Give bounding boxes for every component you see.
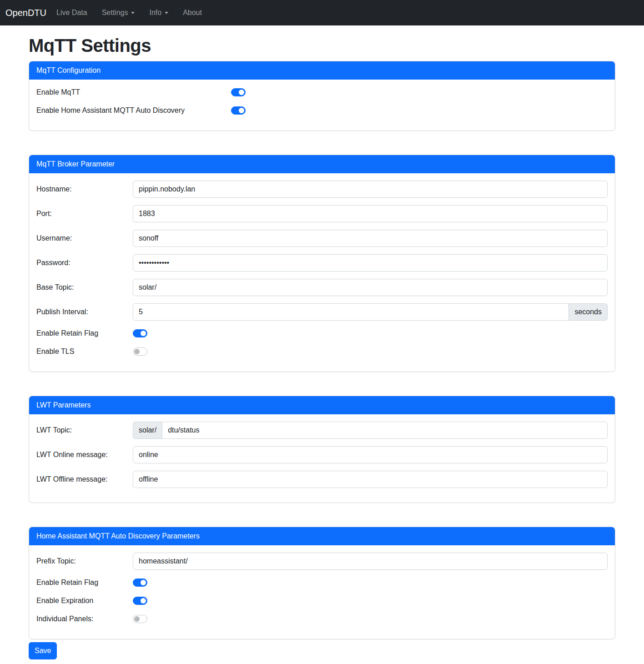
row-broker-enable-retain: Enable Retain Flag (36, 328, 608, 339)
card-header-ha-discovery-parameters: Home Assistant MQTT Auto Discovery Param… (29, 527, 615, 545)
enable-tls-toggle[interactable] (133, 347, 147, 356)
row-enable-ha-discovery: Enable Home Assistant MQTT Auto Discover… (36, 105, 608, 116)
enable-expiration-toggle[interactable] (133, 597, 147, 605)
card-body-ha-discovery-parameters: Prefix Topic: Enable Retain Flag Enable … (29, 545, 615, 639)
chevron-down-icon (165, 12, 168, 14)
username-label: Username: (36, 233, 133, 244)
row-lwt-offline: LWT Offline message: (36, 471, 608, 488)
card-ha-discovery-parameters: Home Assistant MQTT Auto Discovery Param… (29, 527, 615, 639)
lwt-topic-group: solar/ (133, 422, 608, 439)
lwt-online-label: LWT Online message: (36, 449, 133, 460)
broker-enable-retain-label: Enable Retain Flag (36, 328, 133, 339)
row-individual-panels: Individual Panels: (36, 614, 608, 624)
card-header-mqtt-broker-parameter: MqTT Broker Parameter (29, 155, 615, 173)
row-lwt-topic: LWT Topic: solar/ (36, 422, 608, 439)
nav-item-settings-label: Settings (102, 9, 128, 17)
card-mqtt-configuration: MqTT Configuration Enable MqTT Enable Ho… (29, 61, 615, 131)
row-port: Port: (36, 205, 608, 222)
row-base-topic: Base Topic: (36, 279, 608, 296)
row-password: Password: (36, 254, 608, 272)
broker-enable-retain-toggle[interactable] (133, 329, 147, 337)
enable-mqtt-toggle[interactable] (231, 88, 246, 96)
hostname-label: Hostname: (36, 184, 133, 195)
lwt-topic-input[interactable] (162, 422, 608, 439)
lwt-topic-prefix: solar/ (133, 422, 162, 439)
card-header-mqtt-configuration: MqTT Configuration (29, 61, 615, 80)
publish-interval-label: Publish Interval: (36, 307, 133, 317)
enable-tls-label: Enable TLS (36, 346, 133, 357)
enable-expiration-label: Enable Expiration (36, 595, 133, 606)
lwt-online-input[interactable] (133, 446, 608, 463)
publish-interval-unit: seconds (569, 303, 608, 321)
lwt-offline-label: LWT Offline message: (36, 474, 133, 485)
row-username: Username: (36, 230, 608, 247)
row-hostname: Hostname: (36, 181, 608, 198)
individual-panels-toggle[interactable] (133, 615, 147, 623)
brand-opendtu[interactable]: OpenDTU (5, 6, 46, 20)
publish-interval-group: seconds (133, 303, 608, 321)
enable-ha-discovery-label: Enable Home Assistant MQTT Auto Discover… (36, 105, 231, 116)
prefix-topic-label: Prefix Topic: (36, 556, 133, 567)
prefix-topic-input[interactable] (133, 553, 608, 570)
base-topic-input[interactable] (133, 279, 608, 296)
card-body-mqtt-broker-parameter: Hostname: Port: Username: Password: Base… (29, 173, 615, 372)
password-label: Password: (36, 257, 133, 268)
username-input[interactable] (133, 230, 608, 247)
row-enable-mqtt: Enable MqTT (36, 87, 608, 98)
row-enable-tls: Enable TLS (36, 346, 608, 357)
card-body-mqtt-configuration: Enable MqTT Enable Home Assistant MQTT A… (29, 80, 615, 131)
nav-item-info-label: Info (149, 9, 161, 17)
page-title: MqTT Settings (29, 35, 615, 56)
enable-ha-discovery-toggle[interactable] (231, 106, 246, 115)
nav-item-info[interactable]: Info (142, 5, 176, 20)
hostname-input[interactable] (133, 181, 608, 198)
navbar: OpenDTU Live Data Settings Info About (0, 0, 644, 25)
nav-item-settings[interactable]: Settings (95, 5, 142, 20)
card-header-lwt-parameters: LWT Parameters (29, 396, 615, 414)
card-mqtt-broker-parameter: MqTT Broker Parameter Hostname: Port: Us… (29, 155, 615, 372)
password-input[interactable] (133, 254, 608, 272)
ha-enable-retain-toggle[interactable] (133, 578, 147, 587)
nav-item-about[interactable]: About (176, 5, 209, 20)
individual-panels-label: Individual Panels: (36, 614, 133, 624)
row-enable-expiration: Enable Expiration (36, 595, 608, 606)
lwt-topic-label: LWT Topic: (36, 425, 133, 436)
save-button[interactable]: Save (29, 642, 57, 659)
main-content: MqTT Settings MqTT Configuration Enable … (29, 35, 615, 664)
port-label: Port: (36, 208, 133, 219)
ha-enable-retain-label: Enable Retain Flag (36, 577, 133, 588)
row-publish-interval: Publish Interval: seconds (36, 303, 608, 321)
chevron-down-icon (131, 12, 135, 14)
base-topic-label: Base Topic: (36, 282, 133, 293)
row-lwt-online: LWT Online message: (36, 446, 608, 463)
row-ha-enable-retain: Enable Retain Flag (36, 577, 608, 588)
enable-mqtt-label: Enable MqTT (36, 87, 231, 98)
port-input[interactable] (133, 205, 608, 222)
row-prefix-topic: Prefix Topic: (36, 553, 608, 570)
publish-interval-input[interactable] (133, 303, 569, 321)
lwt-offline-input[interactable] (133, 471, 608, 488)
nav-item-live-data[interactable]: Live Data (49, 5, 95, 20)
card-body-lwt-parameters: LWT Topic: solar/ LWT Online message: LW… (29, 414, 615, 503)
card-lwt-parameters: LWT Parameters LWT Topic: solar/ LWT Onl… (29, 396, 615, 503)
